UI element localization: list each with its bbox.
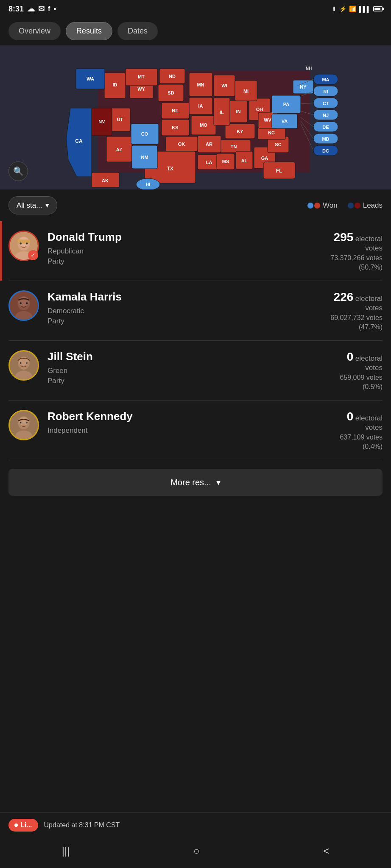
svg-text:RI: RI bbox=[324, 89, 328, 94]
trump-popular-pct: (50.7%) bbox=[330, 264, 383, 271]
stein-avatar-wrap bbox=[8, 350, 39, 381]
svg-text:AR: AR bbox=[206, 142, 212, 147]
svg-text:CO: CO bbox=[141, 131, 148, 136]
trump-votes: 295 electoralvotes 73,370,266 votes (50.… bbox=[330, 231, 383, 271]
dot-icon: • bbox=[53, 5, 56, 14]
status-right: ⬇ ⚡ 📶 ▌▌▌ bbox=[332, 6, 383, 12]
won-label: Won bbox=[323, 201, 338, 210]
harris-votes: 226 electoralvotes 69,027,732 votes (47.… bbox=[330, 290, 383, 331]
svg-text:MT: MT bbox=[138, 74, 145, 79]
svg-text:NY: NY bbox=[300, 84, 307, 89]
candidate-row-harris[interactable]: Kamala Harris Democratic Party 226 elect… bbox=[8, 281, 383, 341]
candidate-row-kennedy[interactable]: Robert Kennedy Independent 0 electoralvo… bbox=[8, 401, 383, 460]
live-dot-icon bbox=[14, 823, 18, 827]
svg-text:IN: IN bbox=[236, 109, 241, 114]
bottom-nav: ||| ○ < bbox=[0, 836, 391, 868]
svg-point-113 bbox=[20, 302, 22, 304]
harris-party: Democratic Party bbox=[47, 306, 330, 326]
kennedy-electoral-count: 0 bbox=[347, 410, 354, 423]
svg-text:MD: MD bbox=[322, 136, 329, 142]
trump-info: Donald Trump Republican Party bbox=[47, 231, 330, 267]
harris-avatar bbox=[8, 290, 39, 321]
leads-red-dot bbox=[355, 203, 360, 209]
wifi-icon: 📶 bbox=[349, 6, 356, 12]
svg-text:WA: WA bbox=[87, 76, 94, 81]
state-filter-dropdown[interactable]: All sta... ▾ bbox=[8, 196, 57, 214]
svg-text:CT: CT bbox=[323, 101, 329, 106]
svg-text:MA: MA bbox=[322, 77, 329, 82]
nav-menu-button[interactable]: ||| bbox=[52, 842, 80, 860]
live-badge[interactable]: Li... bbox=[8, 819, 38, 832]
map-container: WY ID MT ND SD NE KS MN IA MO WI IN bbox=[0, 45, 391, 189]
svg-rect-106 bbox=[17, 239, 30, 243]
harris-popular-pct: (47.7%) bbox=[330, 323, 383, 331]
stein-party: Green Party bbox=[47, 366, 340, 386]
svg-text:AL: AL bbox=[241, 158, 248, 163]
more-results-label: More res... bbox=[170, 478, 211, 487]
svg-text:NH: NH bbox=[306, 66, 312, 71]
download-icon: ⬇ bbox=[332, 6, 337, 12]
stein-electoral-label: electoralvotes bbox=[355, 354, 383, 372]
svg-point-126 bbox=[26, 422, 28, 424]
zoom-button[interactable]: 🔍 bbox=[8, 161, 28, 181]
candidate-row-stein[interactable]: Jill Stein Green Party 0 electoralvotes … bbox=[8, 341, 383, 401]
kennedy-popular-votes: 637,109 votes bbox=[340, 434, 383, 441]
svg-point-124 bbox=[19, 417, 29, 426]
svg-text:MS: MS bbox=[222, 159, 229, 164]
svg-text:FL: FL bbox=[276, 168, 282, 174]
kennedy-party: Independent bbox=[47, 426, 340, 436]
candidate-row-trump[interactable]: ✓ Donald Trump Republican Party 295 elec… bbox=[8, 221, 383, 281]
svg-text:WI: WI bbox=[221, 83, 227, 88]
svg-text:HI: HI bbox=[146, 182, 150, 187]
tab-results[interactable]: Results bbox=[66, 22, 112, 40]
svg-text:NJ: NJ bbox=[323, 113, 329, 118]
stein-votes: 0 electoralvotes 659,009 votes (0.5%) bbox=[340, 350, 383, 391]
svg-text:NM: NM bbox=[141, 155, 148, 160]
trump-party: Republican Party bbox=[47, 246, 330, 267]
svg-text:TN: TN bbox=[231, 144, 237, 149]
svg-point-119 bbox=[20, 362, 22, 364]
facebook-icon: f bbox=[48, 5, 50, 13]
svg-text:CA: CA bbox=[75, 138, 83, 144]
svg-text:PA: PA bbox=[283, 102, 290, 107]
won-legend: Won bbox=[307, 201, 338, 210]
svg-point-107 bbox=[20, 242, 22, 245]
harris-electoral-count: 226 bbox=[334, 290, 354, 303]
tab-dates[interactable]: Dates bbox=[117, 22, 158, 40]
svg-text:KS: KS bbox=[172, 125, 178, 130]
svg-text:ND: ND bbox=[169, 74, 176, 79]
cloud-icon: ☁ bbox=[27, 4, 35, 14]
stein-electoral-count: 0 bbox=[347, 350, 354, 363]
leads-blue-dot bbox=[348, 203, 354, 209]
leads-label: Leads bbox=[363, 201, 383, 210]
signal-icon: ▌▌▌ bbox=[359, 6, 371, 12]
svg-text:NE: NE bbox=[172, 108, 178, 113]
won-blue-dot bbox=[307, 203, 313, 209]
stein-name: Jill Stein bbox=[47, 350, 340, 363]
live-update-text: Updated at 8:31 PM CST bbox=[44, 821, 120, 829]
svg-text:SD: SD bbox=[168, 90, 174, 95]
kennedy-avatar-wrap bbox=[8, 410, 39, 440]
svg-text:IA: IA bbox=[198, 103, 203, 108]
harris-popular-votes: 69,027,732 votes bbox=[330, 314, 383, 322]
dropdown-arrow-icon: ▾ bbox=[45, 201, 49, 210]
svg-text:KY: KY bbox=[237, 129, 243, 134]
more-results-button[interactable]: More res... ▾ bbox=[8, 469, 383, 496]
nav-back-button[interactable]: < bbox=[313, 842, 339, 860]
candidates-list: ✓ Donald Trump Republican Party 295 elec… bbox=[0, 221, 391, 460]
stein-avatar bbox=[8, 350, 39, 381]
harris-electoral-label: electoralvotes bbox=[355, 295, 383, 312]
svg-text:LA: LA bbox=[206, 160, 212, 165]
us-electoral-map[interactable]: WY ID MT ND SD NE KS MN IA MO WI IN bbox=[0, 45, 391, 189]
svg-point-108 bbox=[26, 242, 28, 245]
trump-electoral-count: 295 bbox=[334, 231, 354, 244]
status-left: 8:31 ☁ ✉ f • bbox=[8, 4, 56, 14]
svg-text:DC: DC bbox=[322, 148, 329, 153]
filter-label: All sta... bbox=[17, 201, 42, 210]
nav-home-button[interactable]: ○ bbox=[183, 842, 210, 860]
tab-overview[interactable]: Overview bbox=[8, 22, 61, 40]
svg-text:WY: WY bbox=[137, 86, 145, 92]
svg-text:AK: AK bbox=[102, 178, 109, 183]
svg-text:VA: VA bbox=[282, 119, 288, 124]
svg-text:MO: MO bbox=[200, 122, 207, 128]
